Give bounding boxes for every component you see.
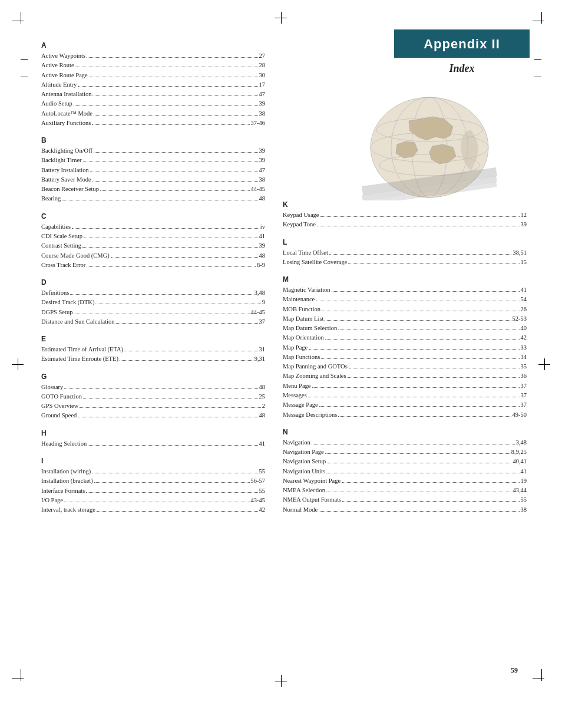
- entry-page: 28: [259, 61, 266, 70]
- entry-dots: [322, 311, 520, 311]
- entry-page: 38,51: [513, 248, 527, 258]
- crosshair-bottom: [275, 675, 287, 687]
- entry-label: Bearing: [41, 194, 61, 203]
- index-entry: Map Functions34: [283, 353, 527, 362]
- entry-label: Nearest Waypoint Page: [283, 476, 340, 486]
- index-entry: Battery Saver Mode38: [41, 175, 265, 185]
- entry-label: Ground Speed: [41, 411, 77, 420]
- entry-page: 47: [259, 90, 266, 99]
- entry-dots: [87, 57, 257, 58]
- index-section-k: KKeypad Usage12Keypad Tone39: [283, 200, 527, 230]
- entry-page: 15: [521, 258, 527, 267]
- entry-label: Map Datum Selection: [283, 324, 337, 333]
- index-entry: Interface Formats55: [41, 486, 265, 496]
- entry-dots: [326, 492, 511, 492]
- entry-dots: [64, 388, 257, 389]
- entry-dots: [317, 226, 520, 226]
- entry-page: 38: [259, 109, 266, 118]
- index-entry: Definitions3,48: [41, 288, 265, 298]
- entry-label: Menu Page: [283, 381, 311, 391]
- index-entry: Menu Page37: [283, 381, 527, 391]
- entry-page: 55: [521, 495, 527, 505]
- entry-page: 48: [259, 411, 266, 420]
- entry-label: Navigation Setup: [283, 457, 326, 466]
- entry-label: Backlight Timer: [41, 156, 82, 165]
- entry-page: 40: [521, 324, 527, 333]
- index-section-l: LLocal Time Offset38,51Losing Satellite …: [283, 238, 527, 268]
- entry-dots: [74, 314, 249, 314]
- entry-dots: [87, 266, 256, 267]
- entry-page: 33: [521, 343, 527, 353]
- index-entry: Interval, track storage42: [41, 505, 265, 515]
- index-entry: Local Time Offset38,51: [283, 248, 527, 258]
- index-entry: Keypad Usage12: [283, 210, 527, 220]
- index-entry: Maintenance54: [283, 295, 527, 304]
- section-letter: K: [283, 200, 527, 209]
- entry-label: Map Page: [283, 343, 308, 353]
- entry-page: 43,44: [513, 486, 527, 495]
- index-entry: Installation (bracket)56-57: [41, 476, 265, 486]
- entry-page: 8-9: [257, 261, 265, 270]
- index-entry: I/O Page43-45: [41, 496, 265, 505]
- entry-dots: [92, 95, 257, 96]
- entry-page: 44-45: [251, 185, 266, 194]
- index-entry: NMEA Output Formats55: [283, 495, 527, 505]
- entry-dots: [316, 301, 519, 301]
- index-entry: Beacon Receiver Setup44-45: [41, 185, 265, 194]
- index-section-i: IInstallation (wiring)55Installation (br…: [41, 457, 265, 515]
- entry-page: 9: [262, 298, 265, 307]
- entry-label: NMEA Output Formats: [283, 495, 341, 505]
- side-line-right: [534, 59, 541, 60]
- index-entry: Map Panning and GOTOs35: [283, 362, 527, 371]
- index-entry: GPS Overview2: [41, 401, 265, 411]
- entry-label: GPS Overview: [41, 401, 78, 411]
- entry-label: Course Made Good (CMG): [41, 251, 110, 261]
- index-section-g: GGlossary48GOTO Function25GPS Overview2G…: [41, 373, 265, 421]
- entry-page: 39: [259, 99, 266, 108]
- index-entry: Estimated Time of Arrival (ETA)31: [41, 345, 265, 354]
- index-section-n: NNavigation3,48Navigation Page8,9,25Navi…: [283, 428, 527, 515]
- entry-page: 26: [521, 305, 527, 314]
- entry-dots: [94, 115, 258, 116]
- entry-page: 39: [259, 156, 266, 165]
- entry-label: Definitions: [41, 288, 69, 298]
- entry-page: 37: [259, 317, 266, 327]
- entry-label: Installation (bracket): [41, 476, 93, 486]
- entry-dots: [64, 502, 249, 502]
- index-entry: Altitude Entry17: [41, 80, 265, 90]
- index-entry: Cross Track Error8-9: [41, 261, 265, 270]
- index-section-m: MMagnetic Variation41Maintenance54MOB Fu…: [283, 275, 527, 420]
- entry-label: Distance and Sun Calculation: [41, 317, 115, 327]
- index-entry: Map Page33: [283, 343, 527, 353]
- globe-decoration: [362, 94, 497, 200]
- entry-dots: [321, 358, 519, 359]
- entry-dots: [348, 377, 520, 378]
- entry-page: iv: [260, 222, 265, 232]
- entry-dots: [319, 511, 519, 512]
- index-entry: Message Page37: [283, 400, 527, 410]
- entry-label: Altitude Entry: [41, 80, 77, 90]
- entry-page: 37: [521, 381, 527, 391]
- entry-label: MOB Function: [283, 305, 320, 314]
- entry-page: 31: [259, 345, 266, 354]
- entry-page: 39: [259, 241, 266, 251]
- crosshair-left: [12, 358, 24, 370]
- entry-page: 41: [259, 232, 266, 241]
- crosshair-right: [538, 358, 550, 370]
- left-column: AActive Waypoints27Active Route28Active …: [41, 41, 265, 523]
- index-entry: Nearest Waypoint Page19: [283, 476, 527, 486]
- index-entry: Estimated Time Enroute (ETE)9,31: [41, 354, 265, 364]
- entry-page: 34: [521, 353, 527, 362]
- entry-dots: [325, 453, 510, 454]
- side-line-right2: [534, 77, 541, 77]
- entry-label: Losing Satellite Coverage: [283, 258, 347, 267]
- entry-label: Cross Track Error: [41, 261, 85, 270]
- entry-label: Active Waypoints: [41, 51, 85, 61]
- index-entry: Glossary48: [41, 383, 265, 392]
- index-section-d: DDefinitions3,48Desired Track (DTK)9DGPS…: [41, 278, 265, 327]
- entry-page: 17: [259, 80, 266, 90]
- index-entry: Normal Mode38: [283, 505, 527, 515]
- index-entry: Course Made Good (CMG)48: [41, 251, 265, 261]
- entry-dots: [116, 323, 258, 324]
- entry-dots: [320, 216, 520, 217]
